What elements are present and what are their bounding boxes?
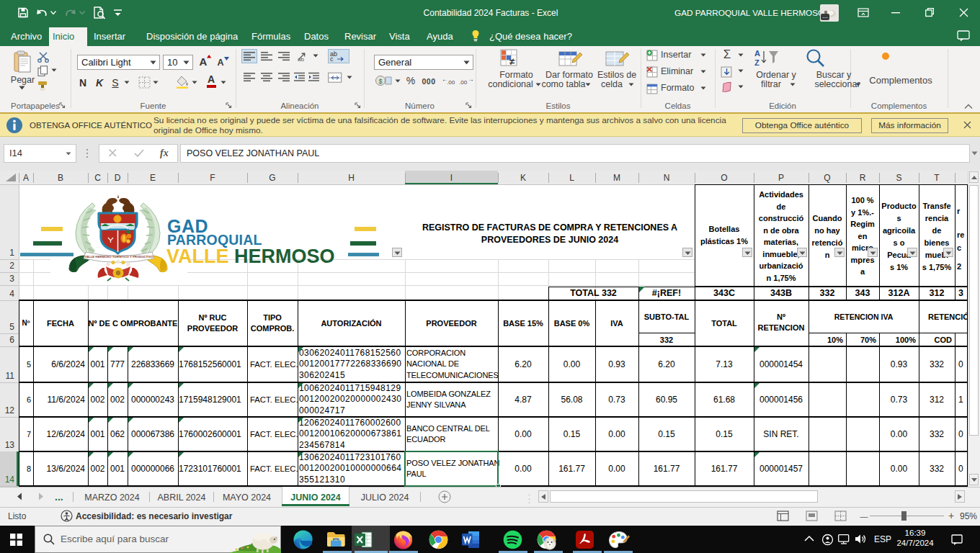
svg-text:.00: .00: [447, 79, 455, 86]
svg-text:c: c: [330, 55, 334, 62]
svg-text:VALLE HERMOSO TURÍSTICO Y PROD: VALLE HERMOSO TURÍSTICO Y PRODUCTIVO: [84, 255, 153, 258]
svg-text:ab: ab: [298, 56, 304, 62]
svg-text:$: $: [379, 78, 383, 85]
svg-text:≠: ≠: [509, 56, 514, 67]
svg-text:Z: Z: [754, 58, 760, 67]
svg-text:A: A: [754, 49, 760, 58]
svg-text:.00: .00: [459, 79, 468, 86]
